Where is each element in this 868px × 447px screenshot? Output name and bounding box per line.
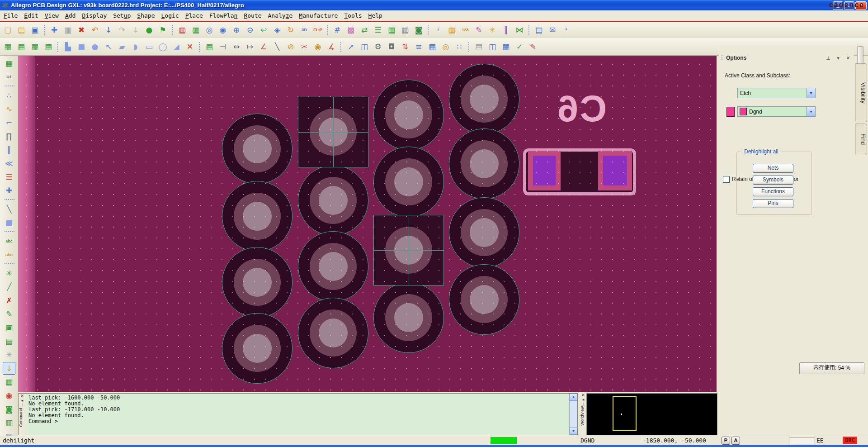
delete-icon[interactable]: ✖ [75, 24, 88, 36]
shove-icon[interactable]: ● [143, 24, 156, 36]
copy-icon[interactable]: ▥ [61, 24, 74, 36]
pad-square-selected[interactable] [373, 215, 444, 285]
shape-ellipse-outline-icon[interactable]: ◯ [156, 40, 169, 53]
pad-circle[interactable] [298, 165, 368, 236]
sketch-line-icon[interactable]: ╲ [3, 203, 15, 215]
pad-circle[interactable] [222, 313, 292, 384]
pin-icon[interactable]: ⊥ [825, 55, 831, 61]
menu-flowplan[interactable]: FlowPlan [207, 11, 241, 20]
calendar-grid-icon[interactable]: ▦ [500, 40, 512, 53]
smd-pad-1[interactable] [528, 151, 561, 190]
add-line-icon[interactable]: ╲ [271, 40, 283, 53]
board-export-icon[interactable]: ▦ [3, 57, 15, 70]
new-file-icon[interactable]: ▢ [1, 24, 14, 36]
redo-icon[interactable]: ↷ [116, 24, 128, 36]
zoom-out-icon[interactable]: ⊖ [244, 24, 256, 36]
pad-circle[interactable] [373, 80, 444, 150]
hourglass-status-icon[interactable]: ⋈ [513, 24, 526, 36]
pad-square-selected[interactable] [298, 97, 368, 167]
pad-circle[interactable] [449, 128, 519, 199]
via-array-icon[interactable]: ✚ [3, 184, 15, 197]
constraint-manager-icon[interactable]: ▦ [385, 24, 398, 36]
ratsnest-all-icon[interactable]: ✳ [3, 267, 15, 280]
pin-icon[interactable]: ⊥ [580, 402, 586, 406]
dimension-linear-icon[interactable]: ↔ [230, 40, 243, 53]
show-element-info-icon[interactable]: i [432, 24, 444, 36]
route-connect-icon[interactable]: ∿ [3, 103, 15, 115]
options-title-bar[interactable]: Options ⊥ ▾ ✕ [721, 53, 851, 62]
subclass-color-swatch[interactable] [726, 107, 735, 117]
retain-color-checkbox[interactable] [723, 176, 730, 183]
snapshot-camera-icon[interactable]: ◘ [385, 40, 398, 53]
console-scrollbar[interactable]: ▲ ▼ [569, 394, 577, 435]
console-output[interactable]: last pick: -1600.000 -50.000No element f… [28, 395, 120, 424]
odb-export-icon[interactable]: ↗ [344, 40, 357, 53]
scroll-up-icon[interactable]: ▲ [570, 394, 577, 401]
menu-help[interactable]: Help [366, 11, 385, 20]
ratsnest-group-icon[interactable]: ▥ [3, 416, 15, 429]
collapse-icon[interactable]: ▾ [835, 55, 841, 61]
pad-circle[interactable] [222, 247, 292, 318]
scriptlets-icon[interactable]: ▤ [533, 24, 545, 36]
grid-red-icon[interactable]: ▦ [176, 24, 189, 36]
pin-icon[interactable]: ⊥ [19, 403, 26, 407]
open-folder-icon[interactable]: ▤ [15, 24, 28, 36]
menu-place[interactable]: Place [183, 11, 206, 20]
zoom-in-icon[interactable]: ⊕ [230, 24, 243, 36]
subclass-dropdown[interactable]: Dgnd ▾ [737, 106, 816, 117]
command-console[interactable]: ✕ ◂ ⊥ Command last pick: -1600.000 -50.0… [18, 393, 578, 435]
dimension-angle-icon[interactable]: ∠ [257, 40, 270, 53]
sketch-rect-icon[interactable]: ■ [3, 216, 15, 229]
fanout-icon[interactable]: ≪ [3, 157, 15, 170]
shape-rect-filled-icon[interactable]: ■ [75, 40, 88, 53]
pad-circle[interactable] [298, 231, 368, 302]
menu-edit[interactable]: Edit [21, 11, 41, 20]
smd-pad-2[interactable] [598, 151, 632, 190]
ratsnest-box-icon[interactable]: ▣ [3, 321, 15, 334]
menu-analyze[interactable]: Analyze [265, 11, 296, 20]
chevron-down-icon[interactable]: ▾ [807, 88, 815, 98]
angle-measure-icon[interactable]: ∡ [325, 40, 338, 53]
menu-logic[interactable]: Logic [159, 11, 182, 20]
layer-compare-icon[interactable]: ◫ [358, 40, 371, 53]
help-icon[interactable]: ? [560, 24, 572, 36]
todo-check-icon[interactable]: ✓ [513, 40, 526, 53]
measure-123-icon[interactable]: 123 [459, 24, 472, 36]
menu-manufacture[interactable]: Manufacture [296, 11, 340, 20]
shape-polygon-icon[interactable]: ▰ [116, 40, 128, 53]
property-table-icon[interactable]: ▦ [445, 24, 458, 36]
tab-find[interactable]: Find [855, 124, 867, 155]
dehighlight-symbols-button[interactable]: Symbols [753, 176, 793, 185]
ratsnest-signal-icon[interactable]: ◉ [3, 389, 15, 402]
net-schedule-icon[interactable]: ∴ [3, 89, 15, 102]
bus-route-icon[interactable]: ☰ [3, 171, 15, 183]
swap-r1r2-icon[interactable]: ⇅ [399, 40, 411, 53]
pad-circle[interactable] [373, 282, 444, 353]
dfa-table-icon[interactable]: ▦ [399, 24, 411, 36]
array-matrix-icon[interactable]: ▦ [426, 40, 439, 53]
route-corner-icon[interactable]: ⌐ [3, 116, 15, 129]
text-edit-icon[interactable]: abc [3, 248, 15, 261]
menu-setup[interactable]: Setup [110, 11, 133, 20]
design-canvas[interactable]: C6 [18, 56, 717, 392]
undo-icon[interactable]: ↶ [89, 24, 101, 36]
dimension-location-icon[interactable]: ↦ [244, 40, 256, 53]
view-3d-icon[interactable]: 3D [298, 24, 311, 36]
cross-section-icon[interactable]: ◙ [412, 24, 425, 36]
component-u1-icon[interactable]: U1 [3, 71, 15, 83]
fix-wrench-icon[interactable]: ⚙ [372, 40, 384, 53]
zoom-points-icon[interactable]: ◎ [203, 24, 216, 36]
symbol-edit-icon[interactable]: ▦ [203, 40, 216, 53]
cut-icon[interactable]: ✂ [298, 40, 311, 53]
dehighlight-functions-button[interactable]: Functions [753, 187, 793, 196]
zoom-previous-icon[interactable]: ↩ [257, 24, 270, 36]
color192-icon[interactable]: ▩ [344, 24, 357, 36]
find-probe-icon[interactable]: ◉ [311, 40, 324, 53]
pick-mode-a-button[interactable]: A [731, 437, 740, 445]
shape-slant-icon[interactable]: ◢ [170, 40, 183, 53]
title-bar[interactable]: Allegro PCB Design GXL: v93k board0222.b… [0, 0, 868, 10]
pad-circle[interactable] [449, 264, 519, 335]
ratsnest-extra-icon[interactable]: ▦ [3, 430, 15, 436]
panel-overflow-scrollbar[interactable] [857, 46, 863, 65]
pad-circle[interactable] [449, 64, 519, 134]
